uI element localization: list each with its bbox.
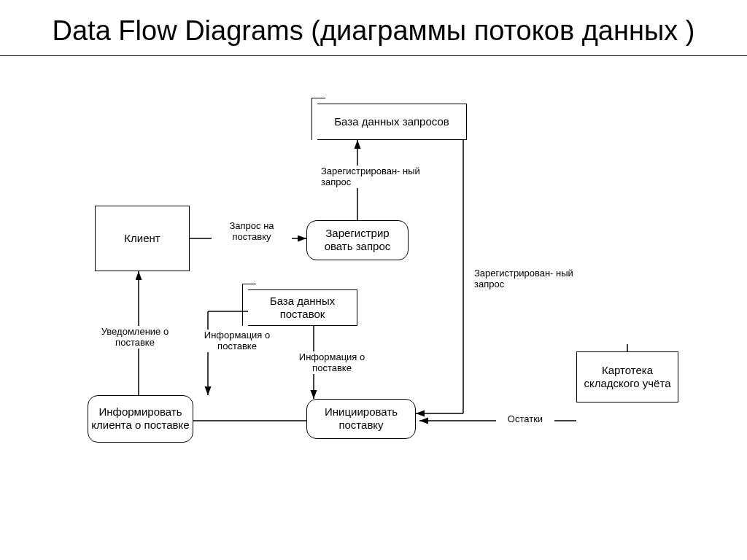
dfd-diagram: Клиент Зарегистрир овать запрос База дан… — [0, 56, 747, 508]
process-inform-client: Информировать клиента о поставке — [88, 395, 193, 443]
flow-delivery-info-left: Информация о поставке — [197, 330, 277, 352]
flow-delivery-notification: Уведомление о поставке — [95, 326, 175, 349]
entity-client: Клиент — [95, 206, 190, 271]
process-register-request: Зарегистрир овать запрос — [306, 220, 409, 260]
page-title: Data Flow Diagrams (диаграммы потоков да… — [0, 0, 747, 56]
datastore-request-db: База данных запросов — [317, 104, 467, 140]
process-initiate-delivery: Инициировать поставку — [306, 399, 416, 439]
flow-request-for-delivery: Запрос на поставку — [212, 220, 292, 243]
flow-delivery-info-down: Информация о поставке — [288, 351, 376, 374]
flow-remains: Остатки — [496, 413, 554, 425]
entity-warehouse-index: Картотека складского учёта — [576, 351, 678, 402]
flow-registered-request-down: Зарегистрирован- ный запрос — [474, 268, 591, 290]
flow-registered-request-up: Зарегистрирован- ный запрос — [321, 166, 430, 188]
datastore-delivery-db: База данных поставок — [248, 289, 357, 326]
